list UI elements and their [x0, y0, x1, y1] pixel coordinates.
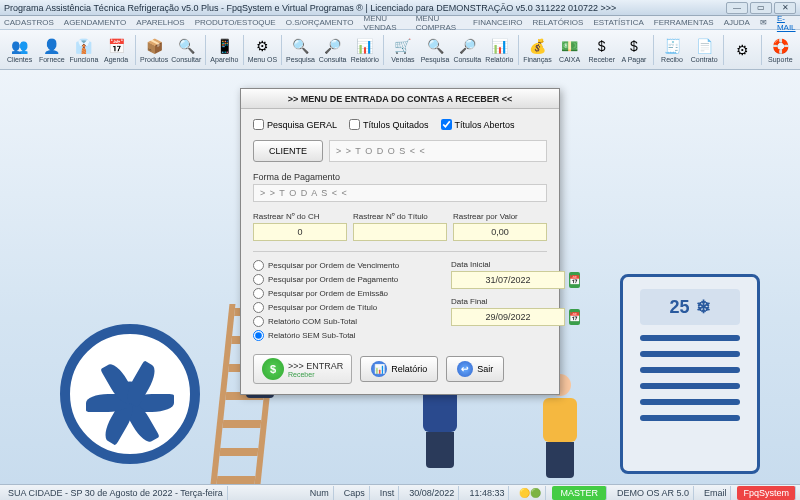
data-inicial-label: Data Inicial: [451, 260, 547, 269]
toolbar-icon: 💰: [527, 36, 547, 56]
email-icon: ✉: [760, 18, 767, 27]
menu-item[interactable]: FINANCEIRO: [473, 18, 522, 27]
sair-button[interactable]: ↩Sair: [446, 356, 504, 382]
toolbar-pesquisa[interactable]: 🔍Pesquisa: [285, 32, 316, 68]
toolbar-caixa[interactable]: 💵CAIXA: [554, 32, 585, 68]
toolbar-fornece[interactable]: 👤Fornece: [36, 32, 67, 68]
receivables-dialog: >> MENU DE ENTRADA DO CONTAS A RECEBER <…: [240, 88, 560, 395]
toolbar-funciona[interactable]: 👔Funciona: [68, 32, 99, 68]
cliente-button[interactable]: CLIENTE: [253, 140, 323, 162]
toolbar-icon: 🔎: [457, 36, 477, 56]
calendar-icon[interactable]: 📅: [569, 272, 580, 288]
menu-item[interactable]: FERRAMENTAS: [654, 18, 714, 27]
status-caps: Caps: [340, 486, 370, 500]
track-ch-label: Rastrear Nº do CH: [253, 212, 347, 221]
menu-item[interactable]: RELATÓRIOS: [532, 18, 583, 27]
toolbar-vendas[interactable]: 🛒Vendas: [387, 32, 418, 68]
toolbar-icon: ⚙: [732, 40, 752, 60]
close-button[interactable]: ✕: [774, 2, 796, 14]
menu-item[interactable]: AJUDA: [724, 18, 750, 27]
toolbar-icon: 🛟: [770, 36, 790, 56]
toolbar-icon: 📅: [106, 36, 126, 56]
toolbar-contrato[interactable]: 📄Contrato: [689, 32, 720, 68]
data-inicial-input[interactable]: [451, 271, 565, 289]
menu-item[interactable]: MENU COMPRAS: [416, 14, 463, 32]
radio-sem-subtotal[interactable]: [253, 330, 264, 341]
toolbar-icon: 🔍: [291, 36, 311, 56]
entrar-button[interactable]: $ >>> ENTRARReceber: [253, 354, 352, 384]
menu-item[interactable]: PRODUTO/ESTOQUE: [195, 18, 276, 27]
toolbar-relatório[interactable]: 📊Relatório: [484, 32, 515, 68]
toolbar-receber[interactable]: $Receber: [586, 32, 617, 68]
chk-pesquisa-geral[interactable]: [253, 119, 264, 130]
toolbar-icon: 📦: [144, 36, 164, 56]
minimize-button[interactable]: —: [726, 2, 748, 14]
cliente-value[interactable]: > > T O D O S < <: [329, 140, 547, 162]
menu-item[interactable]: MENU VENDAS: [364, 14, 406, 32]
toolbar-suporte[interactable]: 🛟Suporte: [765, 32, 796, 68]
status-time: 11:48:33: [465, 486, 509, 500]
toolbar-icon: 👤: [42, 36, 62, 56]
toolbar-icon: 📊: [489, 36, 509, 56]
toolbar-a pagar[interactable]: $A Pagar: [618, 32, 649, 68]
track-titulo-label: Rastrear Nº do Título: [353, 212, 447, 221]
status-fpq[interactable]: FpqSystem: [737, 486, 796, 500]
menu-email[interactable]: E-MAIL: [777, 14, 796, 32]
toolbar-consulta[interactable]: 🔎Consulta: [317, 32, 348, 68]
status-date: 30/08/2022: [405, 486, 459, 500]
window-buttons: — ▭ ✕: [726, 2, 796, 14]
menu-item[interactable]: O.S/ORÇAMENTO: [286, 18, 354, 27]
status-inst: Inst: [376, 486, 400, 500]
toolbar-clientes[interactable]: 👥Clientes: [4, 32, 35, 68]
relatorio-button[interactable]: 📊Relatório: [360, 356, 438, 382]
toolbar-finanças[interactable]: 💰Finanças: [522, 32, 553, 68]
maximize-button[interactable]: ▭: [750, 2, 772, 14]
menu-item[interactable]: CADASTROS: [4, 18, 54, 27]
data-final-label: Data Final: [451, 297, 547, 306]
toolbar-icon: 🔍: [176, 36, 196, 56]
radio-ordem-pagamento[interactable]: [253, 274, 264, 285]
toolbar-icon: 👔: [74, 36, 94, 56]
menu-item[interactable]: ESTATÍSTICA: [593, 18, 643, 27]
toolbar-relatório[interactable]: 📊Relatório: [349, 32, 380, 68]
toolbar-aparelho[interactable]: 📱Aparelho: [209, 32, 240, 68]
chk-titulos-quitados[interactable]: [349, 119, 360, 130]
forma-pagamento-label: Forma de Pagamento: [253, 172, 547, 182]
report-icon: 📊: [371, 361, 387, 377]
toolbar-agenda[interactable]: 📅Agenda: [100, 32, 131, 68]
dialog-title: >> MENU DE ENTRADA DO CONTAS A RECEBER <…: [241, 89, 559, 109]
toolbar-consulta[interactable]: 🔎Consulta: [452, 32, 483, 68]
toolbar-icon: 🧾: [662, 36, 682, 56]
menubar: CADASTROS AGENDAMENTO APARELHOS PRODUTO/…: [0, 16, 800, 30]
menu-item[interactable]: APARELHOS: [136, 18, 184, 27]
track-valor-input[interactable]: [453, 223, 547, 241]
toolbar-pesquisa[interactable]: 🔍Pesquisa: [419, 32, 450, 68]
workspace: 25❄ >> MENU DE ENTRADA DO CONTAS A RECEB…: [0, 70, 800, 484]
track-ch-input[interactable]: [253, 223, 347, 241]
chk-titulos-abertos[interactable]: [441, 119, 452, 130]
toolbar-icon: 📄: [694, 36, 714, 56]
toolbar-icon: 🔍: [425, 36, 445, 56]
track-titulo-input[interactable]: [353, 223, 447, 241]
toolbar-btn[interactable]: ⚙: [727, 32, 758, 68]
data-final-input[interactable]: [451, 308, 565, 326]
toolbar-menu os[interactable]: ⚙Menu OS: [247, 32, 278, 68]
dollar-icon: $: [262, 358, 284, 380]
search-order-radios: Pesquisar por Ordem de Vencimento Pesqui…: [253, 260, 441, 344]
toolbar-recibo[interactable]: 🧾Recibo: [656, 32, 687, 68]
radio-com-subtotal[interactable]: [253, 316, 264, 327]
toolbar-consultar[interactable]: 🔍Consultar: [171, 32, 202, 68]
calendar-icon[interactable]: 📅: [569, 309, 580, 325]
toolbar-icon: 📱: [214, 36, 234, 56]
chk-label: Pesquisa GERAL: [267, 120, 337, 130]
radio-ordem-vencimento[interactable]: [253, 260, 264, 271]
status-demo: DEMO OS AR 5.0: [613, 486, 694, 500]
radio-ordem-emissao[interactable]: [253, 288, 264, 299]
radio-ordem-titulo[interactable]: [253, 302, 264, 313]
forma-pagamento-value[interactable]: > > T O D A S < <: [253, 184, 547, 202]
toolbar-icon: $: [624, 36, 644, 56]
status-email[interactable]: Email: [700, 486, 732, 500]
chk-label: Títulos Quitados: [363, 120, 429, 130]
menu-item[interactable]: AGENDAMENTO: [64, 18, 127, 27]
toolbar-produtos[interactable]: 📦Produtos: [139, 32, 170, 68]
